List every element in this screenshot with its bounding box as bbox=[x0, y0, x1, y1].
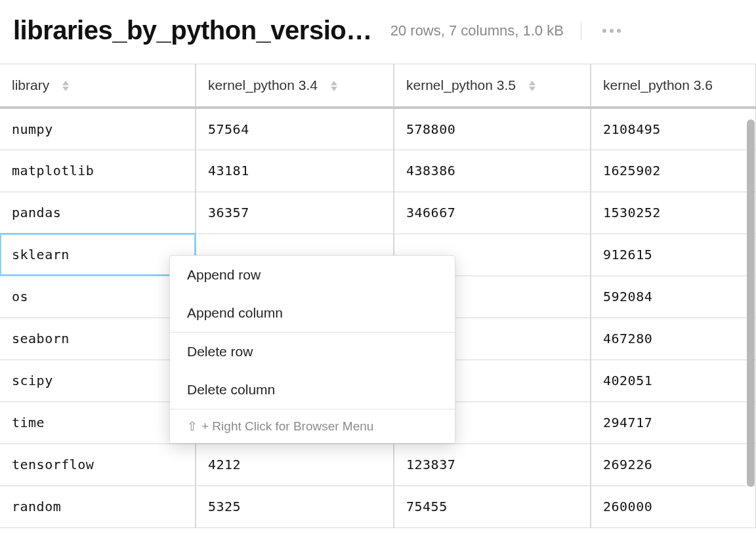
cell-k34[interactable]: 5325 bbox=[196, 486, 394, 528]
context-menu: Append row Append column Delete row Dele… bbox=[169, 255, 455, 444]
cell-k36[interactable]: 912615 bbox=[591, 234, 756, 276]
menu-hint-text: + Right Click for Browser Menu bbox=[201, 419, 373, 434]
header-bar: libraries_by_python_versio… 20 rows, 7 c… bbox=[0, 0, 756, 64]
column-header-library[interactable]: library bbox=[0, 64, 196, 108]
cell-k35[interactable]: 438386 bbox=[394, 150, 591, 192]
cell-library[interactable]: time bbox=[0, 402, 196, 444]
cell-k36[interactable]: 592084 bbox=[591, 276, 756, 318]
table-row: pandas363573466671530252 bbox=[0, 192, 756, 234]
cell-k36[interactable]: 2108495 bbox=[591, 108, 756, 150]
more-options-icon[interactable] bbox=[598, 25, 625, 37]
cell-k36[interactable]: 1530252 bbox=[591, 192, 756, 234]
column-header-k34[interactable]: kernel_python 3.4 bbox=[196, 64, 394, 108]
cell-k34[interactable]: 43181 bbox=[196, 150, 394, 192]
column-header-k35[interactable]: kernel_python 3.5 bbox=[394, 64, 591, 108]
cell-library[interactable]: sklearn bbox=[0, 234, 196, 276]
sort-icon[interactable] bbox=[529, 81, 536, 91]
scrollbar-thumb[interactable] bbox=[747, 119, 755, 487]
cell-k34[interactable]: 36357 bbox=[196, 192, 394, 234]
menu-item-append-column[interactable]: Append column bbox=[170, 294, 455, 332]
column-label: kernel_python 3.5 bbox=[406, 77, 516, 93]
shift-key-icon: ⇧ bbox=[187, 419, 198, 434]
column-header-k36[interactable]: kernel_python 3.6 bbox=[591, 64, 756, 108]
menu-hint: ⇧ + Right Click for Browser Menu bbox=[170, 409, 455, 443]
cell-library[interactable]: seaborn bbox=[0, 318, 196, 360]
sort-icon[interactable] bbox=[62, 81, 69, 91]
column-label: kernel_python 3.6 bbox=[603, 77, 713, 93]
cell-k36[interactable]: 260000 bbox=[591, 486, 756, 528]
cell-library[interactable]: os bbox=[0, 276, 196, 318]
cell-library[interactable]: numpy bbox=[0, 108, 196, 150]
table-header-row: library kernel_python 3.4 kernel_python … bbox=[0, 64, 756, 108]
cell-k35[interactable]: 578800 bbox=[394, 108, 591, 150]
cell-library[interactable]: tensorflow bbox=[0, 444, 196, 486]
cell-k36[interactable]: 1625902 bbox=[591, 150, 756, 192]
table-row: random532575455260000 bbox=[0, 486, 756, 528]
scrollbar-track[interactable] bbox=[747, 73, 755, 546]
page-title[interactable]: libraries_by_python_versio… bbox=[13, 16, 372, 45]
menu-item-append-row[interactable]: Append row bbox=[170, 256, 455, 294]
cell-k36[interactable]: 467280 bbox=[591, 318, 756, 360]
cell-k36[interactable]: 269226 bbox=[591, 444, 756, 486]
table-row: numpy575645788002108495 bbox=[0, 108, 756, 150]
cell-library[interactable]: matplotlib bbox=[0, 150, 196, 192]
cell-library[interactable]: random bbox=[0, 486, 196, 528]
divider bbox=[581, 22, 581, 40]
column-label: kernel_python 3.4 bbox=[208, 77, 318, 93]
cell-k35[interactable]: 346667 bbox=[394, 192, 591, 234]
cell-library[interactable]: pandas bbox=[0, 192, 196, 234]
cell-k34[interactable]: 4212 bbox=[196, 444, 394, 486]
table-row: tensorflow4212123837269226 bbox=[0, 444, 756, 486]
table-stats: 20 rows, 7 columns, 1.0 kB bbox=[390, 22, 564, 39]
cell-k36[interactable]: 294717 bbox=[591, 402, 756, 444]
table-row: matplotlib431814383861625902 bbox=[0, 150, 756, 192]
cell-k36[interactable]: 402051 bbox=[591, 360, 756, 402]
cell-k35[interactable]: 75455 bbox=[394, 486, 591, 528]
column-label: library bbox=[12, 77, 49, 93]
menu-item-delete-column[interactable]: Delete column bbox=[170, 371, 455, 409]
sort-icon[interactable] bbox=[331, 81, 337, 91]
menu-item-delete-row[interactable]: Delete row bbox=[170, 333, 455, 371]
cell-k34[interactable]: 57564 bbox=[196, 108, 394, 150]
cell-k35[interactable]: 123837 bbox=[394, 444, 591, 486]
cell-library[interactable]: scipy bbox=[0, 360, 196, 402]
